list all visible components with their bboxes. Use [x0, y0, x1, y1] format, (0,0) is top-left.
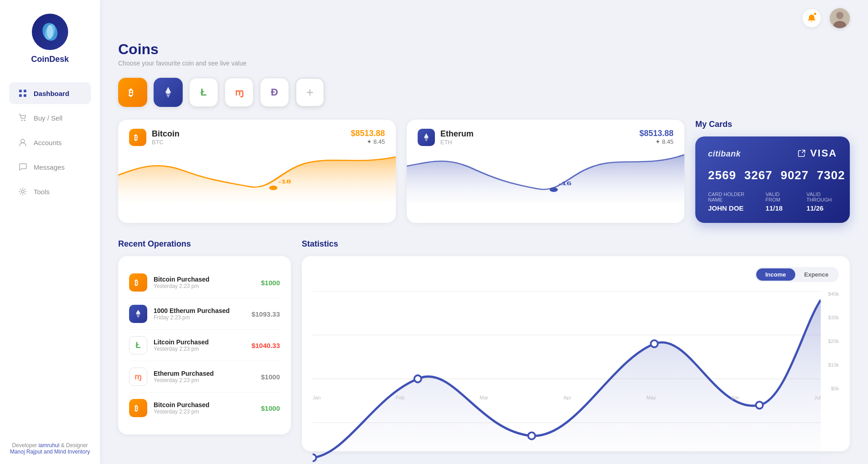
footer-developer[interactable]: iamruhul [39, 442, 60, 449]
footer-designer[interactable]: Manoj Rajput and Mind Inventory [10, 449, 90, 455]
op-info-3: Etherum Purchased Yesterday 2:23 pm [154, 370, 254, 383]
y-label-20k: $20k [823, 338, 839, 344]
op-amount-2: $1040.33 [251, 342, 280, 349]
op-item-2: Ł Litcoin Purchased Yesterday 2:23 pm $1… [129, 330, 280, 361]
op-name-1: 1000 Etherum Purchased [154, 307, 245, 314]
footer-text2: & Designer [60, 442, 88, 449]
op-time-1: Friday 2:23 pm [154, 314, 245, 321]
bitcoin-card: ₿ Bitcoin BTC $8513.88 ✦ 8.45 [118, 120, 396, 223]
op-info-4: Bitcoin Purchased Yesterday 2:23 pm [154, 401, 254, 415]
svg-point-37 [313, 454, 316, 461]
sidebar-item-dashboard[interactable]: Dashboard [9, 82, 91, 104]
card-bank: citibank [708, 148, 741, 159]
svg-point-12 [836, 12, 843, 19]
x-label-apr: Apr [564, 395, 571, 400]
card-holder-value: JOHN DOE [708, 204, 748, 212]
y-axis: $40k $30k $20k $10k $0k [823, 291, 839, 391]
svg-point-9 [21, 139, 25, 143]
eth-icon-svg [421, 132, 431, 142]
op-item-3: ɱ Etherum Purchased Yesterday 2:23 pm $1… [129, 361, 280, 393]
stats-header: Income Expence [313, 267, 839, 282]
card-valid-from-label: VALID FROM [766, 192, 788, 202]
toggle-income[interactable]: Income [756, 268, 795, 281]
svg-marker-25 [136, 310, 140, 315]
grid-icon [18, 89, 27, 98]
topbar [100, 0, 868, 36]
x-label-may: May [646, 395, 656, 400]
sidebar-item-tools[interactable]: Tools [9, 181, 91, 202]
cart-icon [18, 113, 27, 122]
op-amount-4: $1000 [261, 404, 280, 412]
user-avatar[interactable] [830, 8, 850, 28]
op-item-1: 1000 Etherum Purchased Friday 2:23 pm $1… [129, 298, 280, 330]
svg-rect-4 [24, 90, 26, 92]
notification-dot [813, 12, 817, 16]
my-cards-title: My Cards [695, 120, 850, 129]
op-icon-xmr-3: ɱ [135, 373, 142, 381]
xmr-symbol: ɱ [235, 87, 244, 98]
op-amount-1: $1093.33 [251, 310, 280, 318]
op-icon-4: ₿ [129, 399, 147, 417]
eth-chart-svg: -16 [407, 148, 684, 202]
svg-text:₿: ₿ [135, 404, 138, 412]
my-cards-section: My Cards citibank VISA [695, 120, 850, 223]
ops-card: ₿ Bitcoin Purchased Yesterday 2:23 pm $1… [118, 256, 291, 434]
gear-icon [18, 187, 27, 196]
btc-symbol: ₿ [126, 86, 139, 99]
bitcoin-symbol: BTC [152, 139, 180, 146]
coin-tab-eth[interactable] [154, 78, 183, 107]
sidebar-item-label-accounts: Accounts [34, 139, 62, 146]
card-valid-through-label: VALID THROUGH [807, 192, 837, 202]
ethereum-price: $8513.88 [639, 129, 673, 138]
svg-point-18 [269, 186, 277, 190]
svg-text:₿: ₿ [129, 88, 133, 98]
op-time-2: Yesterday 2:23 pm [154, 346, 245, 352]
external-link-icon [798, 149, 806, 157]
svg-rect-5 [19, 94, 22, 97]
svg-point-34 [528, 432, 535, 439]
svg-text:-18: -18 [278, 179, 291, 184]
stats-card: Income Expence $40k $30k $20k $10k $0k [302, 256, 850, 451]
eth-symbol [162, 86, 175, 99]
op-icon-1 [129, 305, 147, 323]
card-number-4: 7302 [817, 168, 845, 182]
svg-marker-15 [165, 87, 171, 94]
y-label-10k: $10k [823, 362, 839, 368]
notification-bell[interactable] [803, 9, 821, 27]
dash-symbol: Đ [271, 86, 278, 98]
op-time-0: Yesterday 2:23 pm [154, 283, 254, 289]
x-label-jun: Jun [731, 395, 739, 400]
svg-text:₿: ₿ [135, 279, 138, 287]
coin-tab-xmr[interactable]: ɱ [224, 78, 254, 107]
sidebar-item-buy-sell[interactable]: Buy / Sell [9, 107, 91, 129]
coin-tab-btc[interactable]: ₿ [118, 78, 147, 107]
svg-rect-3 [19, 90, 22, 92]
svg-text:₿: ₿ [134, 134, 138, 141]
ethereum-value: ✦ 8.45 [639, 138, 673, 145]
toggle-expense[interactable]: Expence [795, 268, 838, 281]
card-valid-through-value: 11/26 [807, 204, 837, 212]
svg-rect-6 [24, 94, 26, 97]
sidebar-item-accounts[interactable]: Accounts [9, 131, 91, 153]
svg-point-22 [549, 187, 558, 192]
op-icon-2: Ł [129, 336, 147, 354]
svg-marker-20 [424, 133, 429, 139]
sidebar-item-label-dashboard: Dashboard [34, 90, 69, 97]
bitcoin-price: $8513.88 [351, 129, 385, 138]
coin-tab-add[interactable]: + [295, 78, 324, 107]
card-brand: VISA [810, 147, 837, 159]
coin-tab-ltc[interactable]: Ł [189, 78, 218, 107]
eth-icon [418, 129, 435, 146]
brand-name: CoinDesk [31, 55, 69, 64]
page-subtitle: Choose your favourite coin and see live … [118, 60, 850, 67]
sidebar-item-messages[interactable]: Messages [9, 156, 91, 178]
nav-menu: Dashboard Buy / Sell Accounts [0, 82, 100, 442]
coin-tab-dash[interactable]: Đ [260, 78, 289, 107]
op-icon-btc-4: ₿ [133, 403, 143, 413]
svg-point-7 [21, 120, 23, 121]
cards-row: ₿ Bitcoin BTC $8513.88 ✦ 8.45 [118, 120, 850, 223]
logo-icon [40, 22, 60, 42]
ltc-symbol: Ł [200, 86, 206, 98]
op-time-3: Yesterday 2:23 pm [154, 377, 254, 383]
op-item-0: ₿ Bitcoin Purchased Yesterday 2:23 pm $1… [129, 267, 280, 298]
